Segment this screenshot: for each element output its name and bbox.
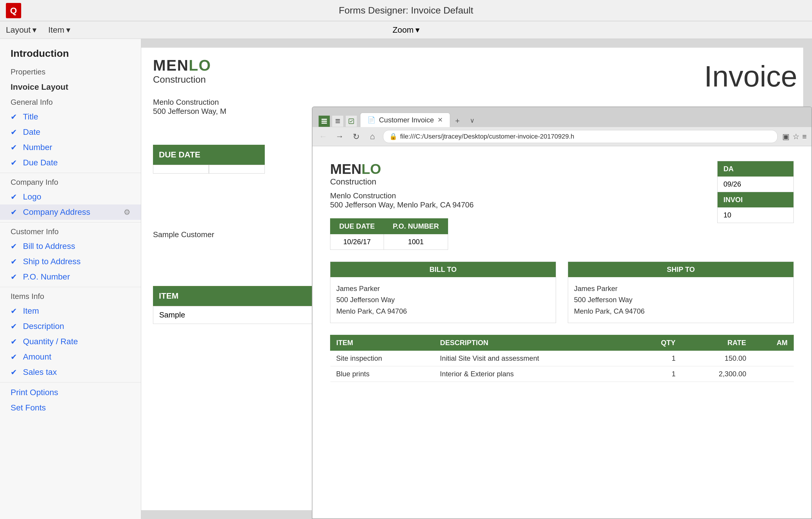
po-number-check-icon: ✔ [10,272,19,282]
bill-to-body: James Parker 500 Jefferson Way Menlo Par… [330,277,556,323]
sidebar-sales-tax-label: Sales tax [23,368,57,377]
layout-dropdown-icon: ▾ [32,25,36,35]
browser-chrome: 📄 Customer Invoice ✕ + ∨ ← → ↻ ⌂ 🔒 file: [313,107,811,146]
sidebar-item-number[interactable]: ✔ Number [0,140,141,155]
amount-cell-2 [752,366,794,382]
zoom-menu[interactable]: Zoom ▾ [393,25,419,35]
invoice-right-header: DA 09/26 INVOI 10 [717,161,794,223]
refresh-button[interactable]: ↻ [350,132,362,142]
sidebar-item-item[interactable]: ✔ Item [0,303,141,319]
browser-icon-2[interactable] [332,115,344,127]
home-button[interactable]: ⌂ [367,132,378,141]
sidebar-item-set-fonts[interactable]: Set Fonts [0,400,141,415]
ship-to-header: SHIP TO [568,262,793,277]
sidebar-item-due-date[interactable]: ✔ Due Date [0,155,141,170]
browser-window: 📄 Customer Invoice ✕ + ∨ ← → ↻ ⌂ 🔒 file: [312,107,812,519]
sidebar-item-qty-rate[interactable]: ✔ Quantity / Rate [0,334,141,349]
ship-to-addr2: Menlo Park, CA 94706 [574,306,788,317]
sidebar-item-label: Item [23,306,39,316]
zoom-dropdown-icon: ▾ [415,25,419,35]
sidebar-company-address-label: Company Address [23,207,90,217]
amount-cell-1 [752,351,794,366]
desc-cell-2: Interior & Exterior plans [434,366,634,382]
tab-favicon-icon: 📄 [368,116,375,124]
sidebar-item-description[interactable]: ✔ Description [0,319,141,334]
items-col-rate: RATE [682,335,752,351]
reading-view-icon[interactable]: ▣ [782,132,790,141]
sidebar-general-info-label: General Info [0,95,141,109]
paper-logo-line1: MENLO [153,57,211,74]
properties-label: Properties [0,65,141,79]
sidebar-item-print-options[interactable]: Print Options [0,385,141,400]
browser-url-bar[interactable]: 🔒 file:///C:/Users/jtracey/Desktop/custo… [383,130,778,143]
company-address-gear-icon[interactable]: ⚙ [123,208,130,217]
qty-rate-check-icon: ✔ [10,337,19,346]
browser-url-actions: ▣ ☆ ≡ [782,132,807,141]
main-layout: Introduction Properties Invoice Layout G… [0,39,812,519]
bill-to-addr1: 500 Jefferson Way [336,294,550,306]
sidebar-item-company-address[interactable]: ✔ Company Address ⚙ [0,204,141,220]
favorites-icon[interactable]: ☆ [792,132,799,141]
bill-to-name: James Parker [336,283,550,294]
paper-logo-line2: Construction [153,74,211,85]
sidebar-item-title[interactable]: ✔ Title [0,109,141,124]
sidebar-customer-info-label: Customer Info [0,225,141,239]
date-check-icon: ✔ [10,128,19,137]
bill-to-header: BILL TO [330,262,556,277]
paper-due-date-cell1 [153,165,209,174]
sidebar: Introduction Properties Invoice Layout G… [0,39,141,519]
sidebar-item-sales-tax[interactable]: ✔ Sales tax [0,365,141,380]
sidebar-item-amount[interactable]: ✔ Amount [0,349,141,365]
tab-close-button[interactable]: ✕ [437,116,443,124]
item-cell-1: Site inspection [330,351,434,366]
svg-rect-2 [322,123,327,124]
bill-to-check-icon: ✔ [10,242,19,251]
titlebar: Q Forms Designer: Invoice Default [0,0,812,21]
table-row: Site inspection Initial Site Visit and a… [330,351,794,366]
sidebar-item-bill-to[interactable]: ✔ Bill to Address [0,239,141,254]
item-menu[interactable]: Item ▾ [48,25,70,35]
invoice-header-right: INVOI [718,192,793,207]
date-header-right: DA [718,161,793,176]
description-check-icon: ✔ [10,322,19,331]
sidebar-item-logo[interactable]: ✔ Logo [0,189,141,204]
paper-due-date-bar: DUE DATE [153,145,265,165]
browser-icon-3[interactable] [345,115,357,127]
sidebar-number-label: Number [23,143,52,152]
paper-due-date-row [153,165,265,174]
invoice-logo-construction: Construction [330,177,474,186]
back-button[interactable]: ← [317,132,329,141]
item-dropdown-icon: ▾ [66,25,70,35]
sidebar-title: Introduction [0,45,141,65]
browser-active-tab[interactable]: 📄 Customer Invoice ✕ [360,113,450,127]
logo-check-icon: ✔ [10,193,19,202]
ship-to-addr1: 500 Jefferson Way [574,294,788,306]
paper-company-name: Menlo Construction [153,98,227,107]
sidebar-item-po-number[interactable]: ✔ P.O. Number [0,269,141,285]
tab-dropdown-button[interactable]: ∨ [465,114,480,127]
table-row: Blue prints Interior & Exterior plans 1 … [330,366,794,382]
paper-company-text: Menlo Construction 500 Jefferson Way, M [153,98,227,116]
svg-rect-1 [322,121,327,122]
sidebar-item-ship-to[interactable]: ✔ Ship to Address [0,254,141,269]
layout-menu[interactable]: Layout ▾ [6,25,36,35]
new-tab-button[interactable]: + [450,114,465,127]
invoice-value-right: 10 [718,207,793,223]
sidebar-bill-to-label: Bill to Address [23,241,75,251]
due-date-value: 10/26/17 [330,234,384,250]
item-cell-2: Blue prints [330,366,434,382]
browser-icon-1[interactable] [318,115,330,127]
sidebar-item-date[interactable]: ✔ Date [0,124,141,140]
qty-cell-1: 1 [634,351,682,366]
sidebar-logo-label: Logo [23,192,41,202]
sidebar-invoice-layout: Invoice Layout [0,79,141,95]
item-check-icon: ✔ [10,307,19,316]
desc-cell-1: Initial Site Visit and assessment [434,351,634,366]
menubar: Layout ▾ Item ▾ Zoom ▾ [0,21,812,39]
more-icon[interactable]: ≡ [802,132,807,141]
forward-button[interactable]: → [334,132,345,141]
invoice-billship: BILL TO James Parker 500 Jefferson Way M… [330,262,794,323]
date-value-right: 09/26 [718,176,793,192]
due-date-header: DUE DATE [330,219,384,234]
invoice-header: MENLO Construction Menlo Construction 50… [330,161,794,250]
